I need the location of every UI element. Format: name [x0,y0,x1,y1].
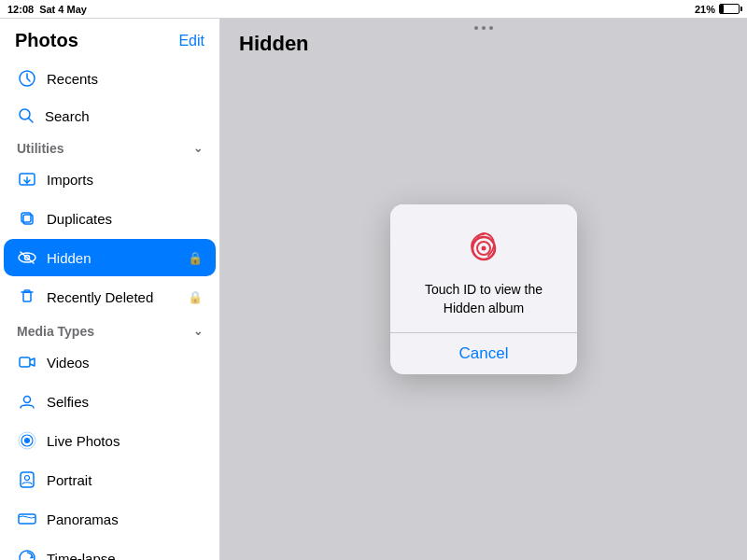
touch-id-dialog: Touch ID to view the Hidden album Cancel [390,204,577,374]
sidebar-item-recently-deleted[interactable]: Recently Deleted 🔒 [4,278,216,315]
status-day: Sat 4 May [39,4,87,15]
svg-point-17 [25,476,30,481]
panoramas-icon [17,509,37,529]
status-bar: 12:08 Sat 4 May 21% [0,0,747,19]
media-types-label: Media Types [17,324,94,339]
sidebar-header: Photos Edit [0,19,219,59]
panoramas-label: Panoramas [47,511,203,527]
videos-label: Videos [47,355,203,371]
sidebar-item-imports[interactable]: Imports [4,161,216,198]
recents-icon [17,68,37,89]
sidebar-item-panoramas[interactable]: Panoramas [4,500,216,538]
portrait-label: Portrait [47,472,203,488]
status-bar-right: 21% [695,4,740,15]
battery-icon [719,4,740,14]
sidebar-item-timelapse[interactable]: Time-lapse [4,539,216,560]
videos-icon [17,352,37,372]
dialog-body: Touch ID to view the Hidden album [390,204,577,332]
app-container: Photos Edit Recents Search [0,19,747,560]
svg-rect-11 [20,357,30,367]
status-time: 12:08 [7,4,34,15]
dialog-cancel-button[interactable]: Cancel [390,333,577,374]
sidebar-title: Photos [15,30,78,51]
selfies-label: Selfies [47,394,203,410]
imports-icon [17,169,37,189]
sidebar-edit-button[interactable]: Edit [178,33,204,49]
dialog-text: Touch ID to view the Hidden album [405,281,562,317]
svg-point-23 [482,245,486,250]
selfies-icon [17,391,37,412]
sidebar-item-live-photos[interactable]: Live Photos [4,422,216,459]
sidebar-item-recents[interactable]: Recents [4,60,216,97]
duplicates-label: Duplicates [47,211,203,227]
hidden-icon [17,247,37,268]
svg-point-12 [24,397,31,403]
utilities-section-header: Utilities ⌄ [0,133,219,160]
svg-rect-18 [19,514,35,524]
recently-deleted-lock-icon: 🔒 [188,290,203,304]
sidebar-item-portrait[interactable]: Portrait [4,461,216,498]
sidebar: Photos Edit Recents Search [0,19,220,560]
sidebar-item-videos[interactable]: Videos [4,343,216,381]
live-photos-label: Live Photos [47,433,203,449]
svg-point-13 [24,438,30,443]
hidden-lock-icon: 🔒 [188,251,203,265]
fingerprint-icon [460,225,507,272]
hidden-label: Hidden [47,250,178,266]
status-bar-left: 12:08 Sat 4 May [7,4,87,15]
media-types-chevron-icon: ⌄ [193,325,203,338]
battery-fill [720,5,724,13]
main-content: Hidden 🔒 View This Album [220,19,747,560]
media-types-section-header: Media Types ⌄ [0,316,219,343]
timelapse-icon [17,548,37,560]
sidebar-item-duplicates[interactable]: Duplicates [4,200,216,237]
utilities-chevron-icon: ⌄ [193,142,203,155]
recently-deleted-label: Recently Deleted [47,289,178,305]
recents-label: Recents [47,71,203,87]
recently-deleted-icon [17,287,37,307]
svg-rect-10 [23,292,31,301]
battery-percent: 21% [695,4,715,15]
utilities-label: Utilities [17,141,64,156]
duplicates-icon [17,208,37,229]
svg-point-1 [20,109,30,119]
search-icon [17,106,35,125]
sidebar-item-hidden[interactable]: Hidden 🔒 [4,239,216,276]
svg-line-2 [29,119,33,122]
search-label: Search [45,108,90,124]
sidebar-item-search[interactable]: Search [4,99,216,133]
live-photos-icon [17,430,37,451]
dialog-overlay: Touch ID to view the Hidden album Cancel [220,19,747,560]
imports-label: Imports [47,172,203,188]
timelapse-label: Time-lapse [47,551,203,561]
sidebar-item-selfies[interactable]: Selfies [4,383,216,420]
portrait-icon [17,469,37,490]
